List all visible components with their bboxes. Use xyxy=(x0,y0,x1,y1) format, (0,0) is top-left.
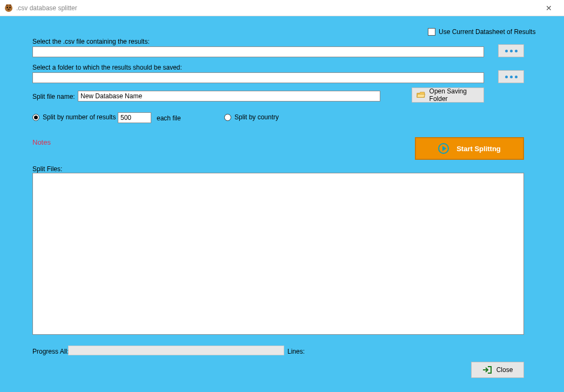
open-saving-folder-button[interactable]: Open Saving Folder xyxy=(412,87,484,103)
radio-icon xyxy=(32,114,39,121)
start-splitting-label: Start Splittng xyxy=(456,145,501,153)
svg-point-3 xyxy=(6,6,8,8)
csv-path-input[interactable] xyxy=(32,46,484,57)
select-csv-label: Select the .csv file containing the resu… xyxy=(32,38,150,45)
radio-icon xyxy=(224,114,231,121)
svg-point-1 xyxy=(6,4,8,6)
svg-point-2 xyxy=(9,4,11,6)
exit-icon xyxy=(482,366,492,374)
browse-folder-button[interactable] xyxy=(498,70,524,83)
client-area: Use Current Datasheet of Results Select … xyxy=(0,16,564,392)
svg-point-5 xyxy=(8,9,10,10)
window-title: .csv database splitter xyxy=(16,4,77,12)
start-splitting-button[interactable]: Start Splittng xyxy=(415,137,524,160)
split-by-number-label: Split by number of results xyxy=(43,113,116,121)
split-filename-label: Split file name: xyxy=(32,93,75,100)
progress-bar xyxy=(68,346,284,355)
split-filename-input[interactable] xyxy=(78,91,380,102)
lines-label: Lines: xyxy=(287,348,305,355)
split-by-country-radio[interactable]: Split by country xyxy=(224,113,279,121)
split-by-number-radio[interactable]: Split by number of results xyxy=(32,113,116,121)
window-close-button[interactable]: ✕ xyxy=(538,4,560,12)
split-files-label: Split Files: xyxy=(32,165,62,173)
split-by-country-label: Split by country xyxy=(234,113,279,121)
use-current-datasheet-label: Use Current Datasheet of Results xyxy=(439,28,535,36)
close-button[interactable]: Close xyxy=(471,362,524,378)
use-current-datasheet-checkbox[interactable]: Use Current Datasheet of Results xyxy=(428,28,535,36)
split-count-input[interactable] xyxy=(118,112,151,123)
app-icon xyxy=(4,4,13,12)
select-folder-label: Select a folder to which the results sho… xyxy=(32,64,182,71)
each-file-label: each file xyxy=(157,114,181,122)
split-files-listbox[interactable] xyxy=(32,173,524,335)
progress-label: Progress All: xyxy=(32,348,69,355)
notes-link[interactable]: Notes xyxy=(32,138,51,146)
open-saving-folder-label: Open Saving Folder xyxy=(429,87,479,103)
play-icon xyxy=(438,143,449,154)
folder-icon xyxy=(417,91,425,99)
svg-point-4 xyxy=(9,6,10,8)
browse-csv-button[interactable] xyxy=(498,44,524,57)
close-button-label: Close xyxy=(496,366,513,374)
folder-path-input[interactable] xyxy=(32,72,484,83)
titlebar: .csv database splitter ✕ xyxy=(0,0,564,16)
checkbox-icon xyxy=(428,28,435,36)
